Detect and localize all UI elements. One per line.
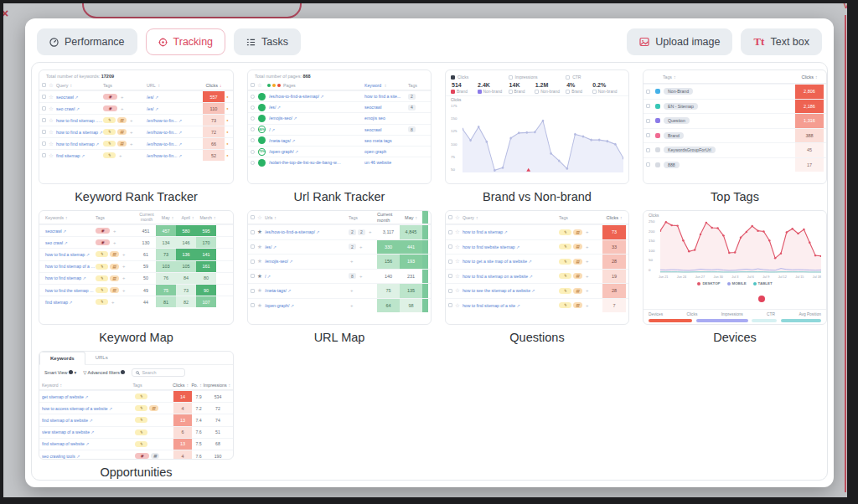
page-cell: /es/how-to-find-a-sitemap/ [269,94,364,99]
query-link: seo crawl [56,106,103,111]
metric-checkbox[interactable] [451,75,455,80]
add-tag-icon: + [113,229,116,234]
tag-pill [573,273,582,279]
table-row: ☆ how to find sitemap of a site + 7 [446,298,628,313]
count-badge [121,370,125,374]
brand-checkbox[interactable] [509,90,513,94]
star-icon[interactable]: ★ [256,302,263,309]
brand-value: 514 [452,82,478,88]
advanced-filters-button[interactable]: ▽ Advanced filters [83,370,125,375]
checkbox-icon [42,118,46,122]
gallery-row-1: Total number of keywords: 17209 ☆ Query↕… [37,69,822,203]
checkbox-icon [251,244,255,249]
star-icon[interactable]: ☆ [454,258,461,265]
add-tag-icon: + [586,244,589,249]
tags-cell: + [96,228,136,234]
tag-counter: 2 [349,244,356,249]
tab-performance[interactable]: Performance [37,28,137,55]
background-close-icon[interactable]: × [3,7,8,20]
nonbrand-checkbox[interactable] [592,90,597,94]
table-row: /solari-the-top-de-list-su-de-bang-web-c… [248,157,431,167]
query-link: how to find a sitemap [463,229,559,234]
add-tag-icon: + [586,288,589,293]
search-input[interactable]: Search [132,368,185,377]
text-box-button[interactable]: Tt Text box [741,28,822,55]
checkbox-icon [448,274,452,278]
legend-item[interactable]: DESKTOP [697,281,720,285]
tag-pill [110,287,119,293]
upload-image-button[interactable]: Upload image [627,28,732,55]
keyword-map-preview[interactable]: Keywords↕ Tags Current month May↕ April↕… [39,210,234,325]
cut-column [422,255,428,269]
may-cell: 76 [156,273,176,284]
brand-checkbox[interactable] [451,90,455,94]
star-icon[interactable]: ☆ [454,229,461,235]
opportunities-preview[interactable]: Keywords URLs Smart View ▾ ▽ Advanced fi… [39,351,234,460]
widget-card-opportunities: Keywords URLs Smart View ▾ ▽ Advanced fi… [39,351,234,479]
devices-preview[interactable]: Clicks 250200150100500 Jun 21Jun 24Jun 2… [643,210,827,325]
april-cell: 146 [176,237,196,248]
brand-checkbox[interactable] [566,90,570,94]
legend-item[interactable]: TABLET [753,281,773,285]
top-tags-preview[interactable]: Tags↕ Clicks↕ Non-Brand [643,69,827,184]
star-icon[interactable]: ★ [256,229,263,235]
metric-checkbox[interactable] [509,75,513,80]
table-row: 888 17 [644,157,826,172]
page-cell: /es/ [269,105,364,110]
keyword-rank-tracker-preview[interactable]: Total number of keywords: 17209 ☆ Query↕… [39,69,234,184]
tab-tracking[interactable]: Tracking [146,28,225,55]
url-map-preview[interactable]: ☆ Urls↕ Tags Current month May↕ [247,210,432,325]
questions-preview[interactable]: ☆ Query↕ Tags Clicks↕ ☆ how to [445,210,629,325]
star-icon[interactable]: ☆ [454,287,461,294]
widget-caption: Top Tags [643,190,827,203]
may-cell: 231 [400,270,422,284]
tag-color-icon [655,147,660,152]
y-tick: 100 [649,249,654,253]
cut-column: ● [225,118,230,122]
tab-urls[interactable]: URLs [85,352,118,364]
widget-card-url-rank-tracker: Total number of pages: 868 ☆ Pages [247,69,432,203]
tags-cell: 4 [408,105,428,111]
star-icon[interactable]: ★ [256,244,263,250]
annotation-dot[interactable] [758,296,765,302]
url-rank-tracker-preview[interactable]: Total number of pages: 868 ☆ Pages [247,69,432,184]
star-icon[interactable]: ☆ [454,273,461,280]
smart-view-dropdown[interactable]: Smart View ▾ [44,370,76,375]
add-tag-icon: + [369,229,372,234]
clicks-cell: 13 [173,414,192,425]
star-icon[interactable]: ★ [256,273,263,280]
tag-pill [559,302,571,308]
radio-icon [251,105,255,110]
star-icon[interactable]: ☆ [454,244,461,250]
clicks-cell: 14 [173,391,192,402]
tags-cell: 8 [408,126,428,132]
legend-dot-icon [753,282,757,285]
tag-pill [117,117,127,123]
star-icon[interactable]: ★ [256,258,263,265]
tag-cell: KeywordsGroupForUrl [664,147,795,153]
add-tag-icon: + [122,264,126,269]
metric-checkbox[interactable] [566,75,570,80]
star-icon[interactable]: ★ [256,287,263,294]
tab-keywords[interactable]: Keywords [39,352,85,365]
brand-vs-nonbrand-preview[interactable]: Clicks 5142.4K Brand Non-brand [445,69,629,184]
y-tick: 250 [649,219,654,224]
cut-column: ● [225,106,230,111]
legend-dot-icon [697,282,700,285]
tags-cell: + [349,288,377,293]
tab-tasks[interactable]: Tasks [234,28,301,55]
nonbrand-checkbox[interactable] [535,90,539,94]
legend-item[interactable]: MOBILE [727,281,747,285]
table-header: Tags↕ Clicks↕ [644,70,826,84]
star-icon[interactable]: ☆ [454,302,461,309]
footer-header: Clicks [687,312,698,316]
nonbrand-checkbox[interactable] [478,90,482,94]
metric-group: CTR 4%0.2% Brand Non-brand [566,75,623,94]
tag-pill [573,259,582,265]
header-actions: Upload image Tt Text box [627,28,822,55]
nonbrand-value: 1.2M [535,82,561,88]
tags-cell: + [96,299,136,305]
cut-column: ● [225,95,230,99]
brand-value: 14K [509,82,535,88]
table-row: seocrawl + 451 457 580 595 [39,224,233,236]
